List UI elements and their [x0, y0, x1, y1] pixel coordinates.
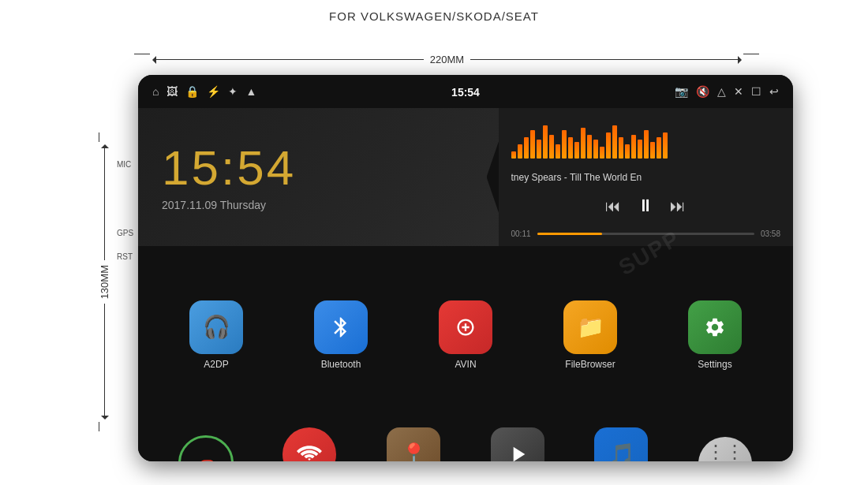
close-icon[interactable]: ✕: [734, 85, 743, 98]
equalizer-bar: [562, 130, 567, 159]
tick-right: [743, 54, 759, 54]
radio-icon: [282, 427, 336, 461]
equalizer-bar: [518, 144, 522, 159]
clock-panel: 15:54 2017.11.09 Thursday: [138, 108, 499, 246]
usb-icon: ⚡: [207, 85, 220, 98]
equalizer-bar: [581, 128, 586, 159]
equalizer-bar: [511, 151, 516, 159]
dimension-h-label: 220MM: [424, 54, 470, 65]
status-right-icons: 📷 🔇 △ ✕ ☐ ↩: [675, 85, 779, 98]
status-clock: 15:54: [451, 86, 480, 99]
elapsed-time: 00:11: [511, 229, 531, 238]
lock-icon: 🔒: [185, 85, 199, 98]
status-left-icons: ⌂ 🖼 🔒 ⚡ ✦ ▲: [152, 85, 256, 98]
prev-button[interactable]: ⏮: [605, 197, 621, 215]
filebrowser-icon: 📁: [563, 300, 617, 354]
equalizer-bar: [593, 140, 598, 159]
equalizer-bar: [568, 137, 573, 159]
music-progress: 00:11 03:58: [511, 229, 781, 238]
main-screen: 15:54 2017.11.09 Thursday tney Spears - …: [138, 108, 793, 423]
rst-label: RST: [117, 252, 133, 261]
image-icon: 🖼: [166, 85, 178, 98]
equalizer-bar: [524, 137, 529, 159]
a2dp-label: A2DP: [204, 359, 228, 370]
equalizer-bar: [537, 140, 541, 159]
tick-left: [134, 54, 150, 54]
gps-label: GPS: [117, 229, 133, 237]
filebrowser-label: FileBrowser: [565, 359, 615, 370]
mic-label: MIC: [117, 160, 131, 169]
home-icon[interactable]: ⌂: [152, 85, 159, 98]
app-grid-row1: 🎧A2DPBluetoothAVIN📁FileBrowserSettings: [138, 246, 793, 423]
more-icon: ⋮⋮⋮⋮: [698, 437, 752, 461]
bluetooth-label: Bluetooth: [321, 359, 361, 370]
equalizer-bar: [619, 137, 623, 159]
eject-icon[interactable]: △: [717, 85, 726, 98]
music-icon: 🎵: [594, 427, 648, 461]
equalizer-bar: [574, 142, 579, 159]
avin-label: AVIN: [455, 359, 476, 370]
music-controls: ⏮ ⏸ ⏭: [511, 196, 781, 216]
equalizer-bar: [612, 125, 617, 159]
equalizer-bar: [549, 135, 554, 159]
diagram-container: 220MM 130MM MIC GPS RST ⌂ 🖼 🔒 ⚡ ✦ ▲ 15:5…: [39, 32, 829, 477]
app-item-more[interactable]: ⋮⋮⋮⋮: [673, 427, 777, 461]
bluetooth-status-icon: ✦: [228, 85, 238, 98]
equalizer-bar: [606, 132, 611, 159]
wifi-icon: ▲: [245, 85, 256, 98]
next-button[interactable]: ⏭: [670, 197, 686, 215]
back-icon[interactable]: ↩: [769, 85, 779, 98]
screen-top: 15:54 2017.11.09 Thursday tney Spears - …: [138, 108, 793, 246]
car-icon: 🚗: [178, 435, 234, 461]
equalizer-bar: [556, 144, 560, 159]
total-time: 03:58: [761, 229, 780, 238]
app-item-bluetooth[interactable]: Bluetooth: [279, 256, 403, 414]
dimension-horizontal: 220MM: [148, 54, 746, 65]
app-item-settings[interactable]: Settings: [653, 256, 777, 414]
avin-icon: [439, 300, 492, 354]
equalizer-bar: [663, 132, 668, 159]
page-title: FOR VOLKSWAGEN/SKODA/SEAT: [0, 0, 868, 23]
status-bar: ⌂ 🖼 🔒 ⚡ ✦ ▲ 15:54 📷 🔇 △ ✕ ☐ ↩: [138, 75, 793, 108]
dimension-vertical: 130MM: [99, 140, 110, 423]
video-icon: [491, 427, 544, 461]
app-item-video[interactable]: Video: [466, 427, 570, 461]
volume-icon[interactable]: 🔇: [696, 85, 709, 98]
progress-fill: [537, 233, 603, 235]
bluetooth-icon: [314, 300, 368, 354]
equalizer-bar: [650, 142, 655, 159]
settings-label: Settings: [698, 359, 731, 370]
equalizer-bar: [587, 135, 592, 159]
clock-date: 2017.11.09 Thursday: [162, 199, 475, 211]
settings-icon: [688, 300, 742, 354]
equalizer-bar: [543, 125, 548, 159]
music-panel: tney Spears - Till The World En ⏮ ⏸ ⏭ 00…: [499, 108, 794, 246]
equalizer-bar: [657, 137, 661, 159]
progress-bar[interactable]: [537, 233, 754, 235]
equalizer-bar: [638, 140, 642, 159]
app-item-radio[interactable]: Radio: [258, 427, 362, 461]
app-item-avin[interactable]: AVIN: [403, 256, 528, 414]
play-pause-button[interactable]: ⏸: [637, 196, 654, 216]
app-grid-row2: 🚗Radio📍NavigationVideo🎵Music⋮⋮⋮⋮: [138, 423, 793, 461]
dimension-v-label: 130MM: [99, 260, 110, 304]
app-item-navigation[interactable]: 📍Navigation: [361, 427, 466, 461]
music-title: tney Spears - Till The World En: [511, 172, 781, 183]
equalizer-bar: [644, 130, 649, 159]
app-item-a2dp[interactable]: 🎧A2DP: [154, 256, 279, 414]
camera-icon: 📷: [675, 85, 688, 98]
app-item-music[interactable]: 🎵Music: [570, 427, 674, 461]
a2dp-icon: 🎧: [189, 300, 243, 354]
big-clock: 15:54: [162, 144, 475, 192]
equalizer-bar: [625, 144, 630, 159]
music-equalizer: [511, 119, 781, 159]
app-item-car[interactable]: 🚗: [154, 427, 258, 461]
equalizer-bar: [631, 135, 636, 159]
equalizer-bar: [600, 147, 604, 159]
equalizer-bar: [530, 130, 535, 159]
app-item-filebrowser[interactable]: 📁FileBrowser: [528, 256, 653, 414]
android-icon: ☐: [751, 85, 761, 98]
car-head-unit: ⌂ 🖼 🔒 ⚡ ✦ ▲ 15:54 📷 🔇 △ ✕ ☐ ↩: [138, 75, 793, 461]
navigation-icon: 📍: [387, 427, 440, 461]
